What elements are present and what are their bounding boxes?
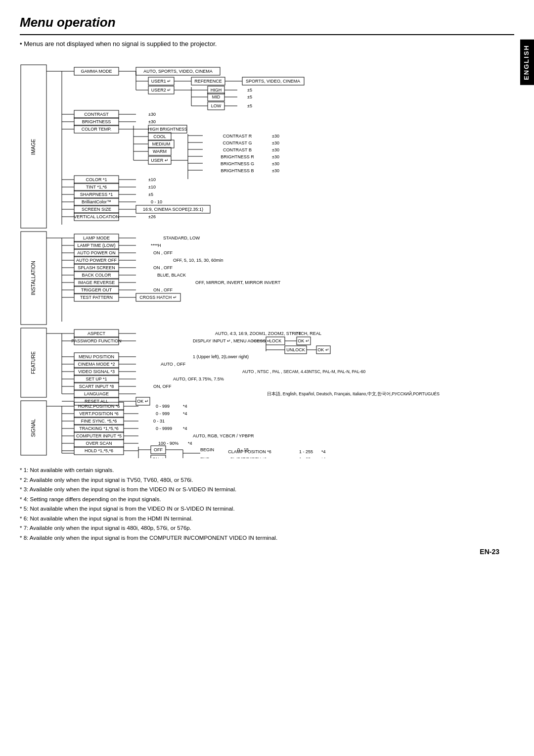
english-tab: ENGLISH: [520, 40, 534, 85]
svg-text:100 - 90%: 100 - 90%: [158, 441, 178, 446]
svg-text:TRACKING *1,*5,*6: TRACKING *1,*5,*6: [79, 426, 119, 431]
footnote-8: * 8: Available only when the input signa…: [20, 533, 514, 543]
svg-text:COLOR  *1: COLOR *1: [86, 177, 107, 182]
svg-text:COMPUTER INPUT  *5: COMPUTER INPUT *5: [76, 433, 122, 438]
svg-text:PASSWORD FUNCTION: PASSWORD FUNCTION: [72, 338, 122, 343]
svg-text:INSTALLATION: INSTALLATION: [31, 261, 36, 295]
svg-text:ON , OFF: ON , OFF: [153, 265, 173, 270]
svg-text:OFF: OFF: [154, 447, 163, 452]
svg-text:GAMMA MODE: GAMMA MODE: [81, 69, 112, 74]
svg-text:1 - 255: 1 - 255: [299, 449, 313, 454]
svg-text:AUTO , NTSC , PAL , SECAM, 4.4: AUTO , NTSC , PAL , SECAM, 4.43NTSC, PAL…: [242, 369, 366, 374]
svg-text:0 - 9999: 0 - 9999: [156, 426, 172, 431]
svg-text:LOW: LOW: [211, 103, 222, 108]
svg-text:STANDARD, LOW: STANDARD, LOW: [163, 236, 200, 240]
svg-text:OK ↵: OK ↵: [317, 347, 329, 352]
svg-text:CLAMP POSITION *6: CLAMP POSITION *6: [228, 449, 271, 454]
svg-text:OVER SCAN: OVER SCAN: [86, 441, 112, 446]
svg-text:BRIGHTNESS R: BRIGHTNESS R: [221, 154, 254, 159]
footnote-3: * 3: Available only when the input signa…: [20, 485, 514, 495]
svg-text:VERT.POSITION  *6: VERT.POSITION *6: [79, 411, 118, 416]
svg-text:OK ↵: OK ↵: [137, 399, 149, 404]
svg-text:ON, OFF: ON, OFF: [153, 384, 172, 389]
svg-text:ON , OFF: ON , OFF: [153, 287, 173, 292]
svg-text:BRIGHTNESS B: BRIGHTNESS B: [221, 168, 254, 173]
svg-text:*4: *4: [321, 457, 326, 458]
svg-text:BRIGHTNESS: BRIGHTNESS: [82, 119, 111, 124]
page-container: ENGLISH Menu operation Menus are not dis…: [0, 0, 534, 570]
svg-text:BACK COLOR: BACK COLOR: [82, 273, 111, 278]
svg-text:AUTO, RGB, YCBCR / YPBPR: AUTO, RGB, YCBCR / YPBPR: [193, 433, 254, 438]
svg-text:±5: ±5: [247, 94, 252, 99]
footnote-7: * 7: Available only when the input signa…: [20, 523, 514, 533]
svg-text:COOL: COOL: [153, 134, 166, 139]
svg-text:SPLASH SCREEN: SPLASH SCREEN: [78, 265, 115, 270]
svg-text:OFF, 5, 10, 15, 30, 60min: OFF, 5, 10, 15, 30, 60min: [173, 258, 223, 263]
svg-text:HOLD *1,*5,*6: HOLD *1,*5,*6: [85, 448, 113, 453]
svg-text:±30: ±30: [272, 161, 279, 166]
svg-text:CONTRAST: CONTRAST: [84, 112, 109, 117]
svg-text:ON , OFF: ON , OFF: [153, 250, 173, 255]
svg-text:RESET ALL: RESET ALL: [85, 399, 108, 404]
svg-text:*4: *4: [183, 411, 187, 416]
svg-text:BrilliantColor™: BrilliantColor™: [82, 199, 111, 204]
svg-text:IMAGE: IMAGE: [31, 139, 36, 155]
svg-text:±26: ±26: [148, 214, 156, 219]
menu-diagram: IMAGE INSTALLATION FEATURE SIGNAL GAMMA …: [20, 57, 504, 458]
svg-text:±30: ±30: [272, 141, 279, 145]
svg-text:SIGNAL: SIGNAL: [31, 419, 36, 437]
svg-text:0 - 999: 0 - 999: [156, 404, 170, 409]
svg-text:AUTO, SPORTS, VIDEO, CINEMA: AUTO, SPORTS, VIDEO, CINEMA: [143, 69, 213, 74]
svg-text:CONTRAST G: CONTRAST G: [223, 141, 252, 145]
svg-text:0 - 31: 0 - 31: [153, 419, 165, 424]
svg-text:±5: ±5: [148, 192, 153, 197]
svg-text:TRIGGER OUT: TRIGGER OUT: [81, 287, 112, 292]
svg-text:TINT  *1,*6: TINT *1,*6: [86, 185, 107, 189]
svg-text:FINE SYNC. *5,*6: FINE SYNC. *5,*6: [81, 419, 117, 424]
svg-text:*4: *4: [183, 404, 187, 409]
footnote-4: * 4: Setting range differs depending on …: [20, 495, 514, 505]
svg-text:16:9, CINEMA SCOPE(2.35:1): 16:9, CINEMA SCOPE(2.35:1): [143, 207, 203, 212]
svg-text:AUTO POWER OFF: AUTO POWER OFF: [76, 258, 117, 263]
svg-text:LAMP TIME (LOW): LAMP TIME (LOW): [77, 243, 115, 248]
svg-text:±10: ±10: [148, 177, 156, 182]
svg-text:AUTO , OFF: AUTO , OFF: [161, 362, 186, 367]
svg-text:±30: ±30: [148, 112, 156, 117]
page-title: Menu operation: [20, 15, 514, 35]
svg-text:±30: ±30: [272, 147, 279, 152]
svg-text:VIDEO SIGNAL   *3: VIDEO SIGNAL *3: [78, 369, 115, 374]
svg-text:END: END: [200, 457, 210, 458]
svg-text:MEDIUM: MEDIUM: [152, 142, 171, 146]
svg-text:±5: ±5: [247, 88, 252, 93]
svg-text:±30: ±30: [272, 134, 279, 139]
svg-text:HIGH: HIGH: [211, 88, 222, 93]
svg-text:AUTO, 4:3, 16:9, ZOOM1, ZOOM2,: AUTO, 4:3, 16:9, ZOOM1, ZOOM2, STRETCH, …: [215, 331, 321, 336]
svg-text:IMAGE REVERSE: IMAGE REVERSE: [78, 280, 115, 285]
svg-text:MENU POSITION: MENU POSITION: [79, 354, 114, 359]
svg-text:CONTRAST R: CONTRAST R: [223, 134, 252, 139]
svg-text:****H: ****H: [151, 243, 161, 248]
svg-text:CONTRAST B: CONTRAST B: [223, 147, 252, 152]
svg-text:USER ↵: USER ↵: [151, 158, 169, 163]
svg-text:*4: *4: [188, 441, 192, 446]
svg-text:MID: MID: [212, 94, 221, 99]
svg-text:0 - 999: 0 - 999: [156, 411, 170, 416]
svg-text:±30: ±30: [272, 168, 279, 173]
svg-text:LOCK: LOCK: [269, 338, 282, 343]
svg-text:±30: ±30: [148, 119, 156, 124]
footnote-5: * 5: Not available when the input signal…: [20, 504, 514, 514]
svg-text:*4: *4: [183, 426, 187, 431]
svg-text:AUTO POWER ON: AUTO POWER ON: [77, 250, 115, 255]
svg-text:BEGIN: BEGIN: [200, 447, 214, 452]
svg-text:LAMP MODE: LAMP MODE: [83, 236, 110, 240]
svg-text:ASPECT: ASPECT: [88, 331, 106, 336]
svg-text:WARM: WARM: [153, 149, 167, 154]
footnotes: * 1: Not available with certain signals.…: [20, 466, 514, 543]
svg-text:±5: ±5: [247, 103, 252, 108]
svg-text:OFF, MIRROR, INVERT, MIRROR IN: OFF, MIRROR, INVERT, MIRROR INVERT: [195, 280, 281, 285]
svg-text:FEATURE: FEATURE: [31, 351, 36, 374]
svg-text:±10: ±10: [148, 185, 156, 189]
svg-text:*4: *4: [297, 331, 301, 336]
svg-text:BRIGHTNESS G: BRIGHTNESS G: [221, 161, 254, 166]
svg-text:CROSS HATCH ↵: CROSS HATCH ↵: [139, 295, 177, 300]
